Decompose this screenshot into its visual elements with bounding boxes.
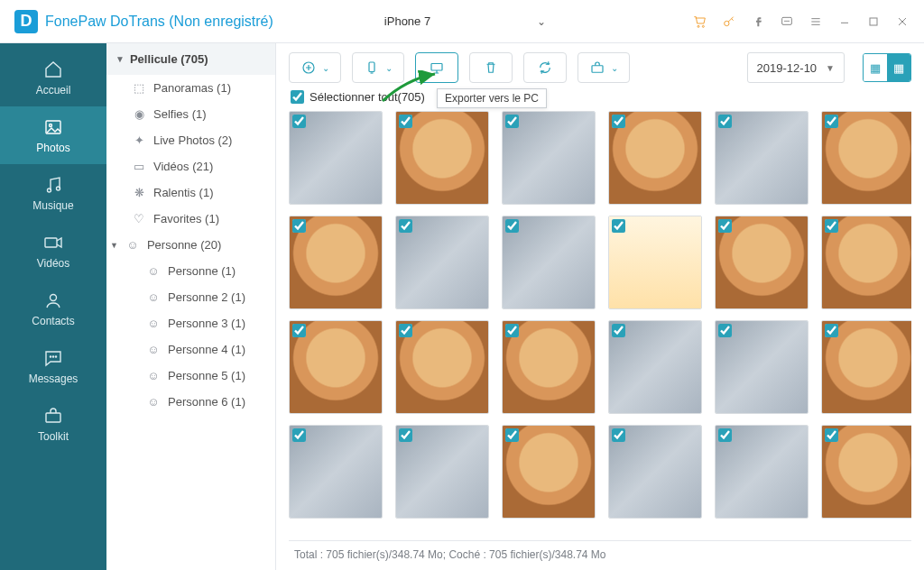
thumbnail-checkbox[interactable] xyxy=(718,324,732,337)
menu-icon[interactable] xyxy=(803,9,828,34)
photo-thumbnail[interactable] xyxy=(395,216,489,309)
photo-thumbnail[interactable] xyxy=(395,320,489,414)
tree-root-pellicule[interactable]: ▼ Pellicule (705) xyxy=(106,43,275,75)
nav-music[interactable]: Musique xyxy=(0,164,106,222)
photo-thumbnail[interactable] xyxy=(289,111,383,205)
videos-icon xyxy=(42,232,65,253)
photo-thumbnail[interactable] xyxy=(502,320,596,414)
thumbnail-checkbox[interactable] xyxy=(612,115,625,128)
titlebar: D FonePaw DoTrans (Non enregistré) iPhon… xyxy=(0,0,924,43)
thumbnail-checkbox[interactable] xyxy=(292,219,306,233)
svg-point-6 xyxy=(789,20,790,21)
thumbnail-checkbox[interactable] xyxy=(612,428,625,442)
key-icon[interactable] xyxy=(716,9,742,34)
chevron-down-icon: ▼ xyxy=(826,63,835,73)
delete-button[interactable] xyxy=(469,52,513,83)
cart-icon[interactable] xyxy=(688,9,713,34)
nav-toolkit[interactable]: Toolkit xyxy=(0,395,106,453)
photo-thumbnail[interactable] xyxy=(715,425,808,519)
photo-thumbnail[interactable] xyxy=(289,425,383,519)
thumbnail-checkbox[interactable] xyxy=(718,219,732,233)
photo-thumbnail[interactable] xyxy=(502,111,596,205)
tree-item[interactable]: ✦Live Photos (2) xyxy=(106,127,275,153)
select-all[interactable]: Sélectionner tout(705) xyxy=(291,90,911,104)
thumbnail-checkbox[interactable] xyxy=(399,428,412,442)
thumbnail-checkbox[interactable] xyxy=(292,428,306,442)
photo-thumbnail[interactable] xyxy=(289,216,383,309)
tree-item-person[interactable]: ☺Personne 3 (1) xyxy=(106,310,275,336)
thumbnail-checkbox[interactable] xyxy=(718,428,732,442)
thumbnail-checkbox[interactable] xyxy=(505,428,519,442)
tree-item-person[interactable]: ☺Personne 6 (1) xyxy=(106,389,275,415)
nav-videos[interactable]: Vidéos xyxy=(0,222,106,280)
nav-photos[interactable]: Photos xyxy=(0,106,106,164)
thumbnail-checkbox[interactable] xyxy=(399,115,412,128)
photo-thumbnail[interactable] xyxy=(608,425,702,519)
thumbnail-checkbox[interactable] xyxy=(825,115,838,128)
photo-thumbnail[interactable] xyxy=(608,320,702,414)
to-device-button[interactable]: ⌄ xyxy=(352,52,404,83)
thumbnail-checkbox[interactable] xyxy=(612,324,625,337)
photo-thumbnail[interactable] xyxy=(821,425,911,519)
add-button[interactable]: ⌄ xyxy=(289,52,341,83)
feedback-icon[interactable] xyxy=(774,9,799,34)
contacts-icon xyxy=(42,290,65,311)
nav-contacts[interactable]: Contacts xyxy=(0,280,106,337)
photo-thumbnail[interactable] xyxy=(608,216,702,309)
tree-item-person[interactable]: ☺Personne 4 (1) xyxy=(106,336,275,363)
nav-messages-label: Messages xyxy=(29,372,79,385)
minimize-icon[interactable] xyxy=(832,9,857,34)
photo-thumbnail[interactable] xyxy=(715,216,808,309)
photo-thumbnail[interactable] xyxy=(502,216,596,309)
thumbnail-checkbox[interactable] xyxy=(505,219,519,233)
tree-item[interactable]: ◉Selfies (1) xyxy=(106,101,275,127)
tree-item-personne[interactable]: ▼ ☺ Personne (20) xyxy=(106,232,275,258)
refresh-button[interactable] xyxy=(523,52,567,83)
svg-rect-12 xyxy=(45,238,57,247)
content-pane: ⌄ ⌄ ⌄ 2019-12-10 ▼ ▦ ▦ Exporter vers le … xyxy=(276,43,924,570)
photo-thumbnail[interactable] xyxy=(821,216,911,309)
thumbnail-checkbox[interactable] xyxy=(292,115,306,128)
tree-item[interactable]: ▭Vidéos (21) xyxy=(106,153,275,179)
tree-item-person[interactable]: ☺Personne 2 (1) xyxy=(106,284,275,310)
thumbnail-checkbox[interactable] xyxy=(505,115,519,128)
export-pc-button[interactable] xyxy=(415,52,458,83)
photo-thumbnail[interactable] xyxy=(821,111,911,205)
device-selector[interactable]: iPhone 7 ⌄ xyxy=(364,10,559,32)
nav-contacts-label: Contacts xyxy=(32,315,74,327)
thumbnail-checkbox[interactable] xyxy=(399,324,412,337)
photo-thumbnail[interactable] xyxy=(821,320,911,414)
view-grid-small-button[interactable]: ▦ xyxy=(887,54,910,81)
thumbnail-checkbox[interactable] xyxy=(612,219,625,233)
thumbnail-checkbox[interactable] xyxy=(292,324,306,337)
photo-thumbnail[interactable] xyxy=(715,320,808,414)
svg-rect-17 xyxy=(46,413,60,422)
photo-thumbnail[interactable] xyxy=(395,111,489,205)
thumbnail-checkbox[interactable] xyxy=(505,324,519,337)
maximize-icon[interactable] xyxy=(861,9,886,34)
date-picker[interactable]: 2019-12-10 ▼ xyxy=(747,52,845,83)
thumbnail-checkbox[interactable] xyxy=(825,428,838,442)
photo-thumbnail[interactable] xyxy=(715,111,808,205)
tree-item[interactable]: ❋Ralentis (1) xyxy=(106,179,275,206)
facebook-icon[interactable] xyxy=(745,9,771,34)
photo-thumbnail[interactable] xyxy=(395,425,489,519)
person-icon: ☺ xyxy=(146,369,161,382)
nav-home[interactable]: Accueil xyxy=(0,49,106,106)
photo-thumbnail[interactable] xyxy=(502,425,596,519)
album-button[interactable]: ⌄ xyxy=(578,52,630,83)
thumbnail-checkbox[interactable] xyxy=(718,115,732,128)
tree-item-person[interactable]: ☺Personne (1) xyxy=(106,258,275,284)
tree-item[interactable]: ♡Favorites (1) xyxy=(106,206,275,232)
view-grid-large-button[interactable]: ▦ xyxy=(864,54,887,81)
thumbnail-checkbox[interactable] xyxy=(399,219,412,233)
nav-messages[interactable]: Messages xyxy=(0,337,106,395)
close-icon[interactable] xyxy=(890,9,915,34)
select-all-checkbox[interactable] xyxy=(291,90,304,104)
photo-thumbnail[interactable] xyxy=(289,320,383,414)
tree-item-person[interactable]: ☺Personne 5 (1) xyxy=(106,363,275,389)
tree-item[interactable]: ⬚Panoramas (1) xyxy=(106,75,275,101)
photo-thumbnail[interactable] xyxy=(608,111,702,205)
thumbnail-checkbox[interactable] xyxy=(825,324,838,337)
thumbnail-checkbox[interactable] xyxy=(825,219,838,233)
